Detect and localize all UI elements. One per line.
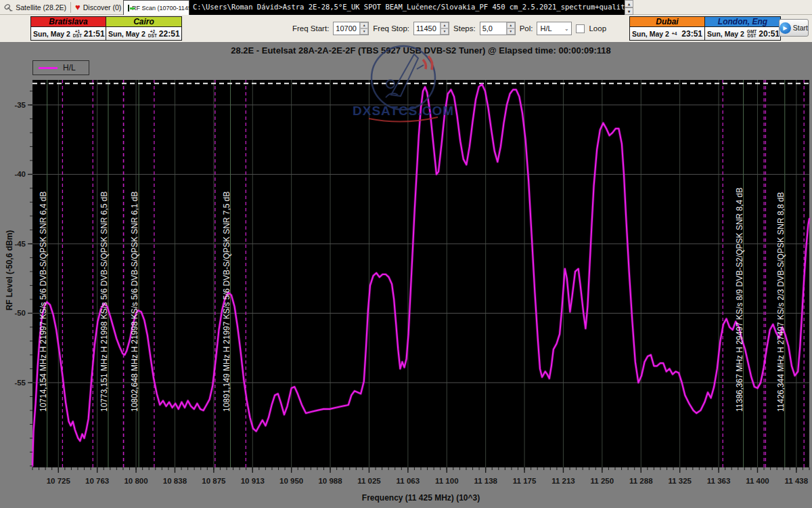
console-text: C:\Users\Roman Dávid>Astra 2E-28,5°E_UK … — [193, 3, 633, 11]
x-tick-label: 11 025 — [357, 477, 381, 485]
play-icon: ▶ — [780, 22, 791, 34]
step-down-icon[interactable]: ▼ — [360, 28, 368, 35]
x-tick-label: 10 725 — [47, 477, 71, 485]
clock-date: Sun, May 2 — [632, 30, 669, 38]
x-tick-label: 10 838 — [163, 477, 187, 485]
x-tick-label: 10 950 — [279, 477, 303, 485]
x-tick-label: 11 138 — [474, 477, 497, 485]
y-tick-label: -45 — [14, 240, 26, 248]
tab-discover-label: Discover (0) — [83, 3, 122, 12]
step-up-icon[interactable]: ▲ — [360, 22, 368, 28]
x-tick-label: 11 363 — [707, 477, 731, 485]
freq-stop-stepper[interactable]: ▲▼ — [440, 22, 449, 35]
console-output: C:\Users\Roman Dávid>Astra 2E-28,5°E_UK … — [189, 0, 633, 15]
step-down-icon[interactable]: ▼ — [507, 28, 515, 35]
x-tick-label: 10 988 — [318, 477, 342, 485]
clock-cairo: Cairo Sun, May 2 +2DST 22:51 — [106, 16, 182, 41]
scan-controls: Freq Start: 10700 ▲▼ Freq Stop: 11450 ▲▼… — [292, 20, 606, 37]
tab-satellite-label: Satellite (28.2E) — [16, 3, 66, 12]
tab-rf-scan[interactable]: RF Scan (10700-11450 H/L) — [123, 0, 189, 15]
left-clocks: Bratislava Sun, May 2 +1DST 21:51 Cairo … — [30, 16, 182, 41]
x-tick-label: 11 213 — [551, 477, 575, 485]
y-tick-label: -35 — [14, 101, 26, 109]
y-tick-label: -55 — [14, 379, 26, 387]
clock-time: 20:51 — [759, 29, 780, 39]
pol-select[interactable]: H/L ⌄ — [537, 22, 572, 35]
plot-svg: 10714,154 MHz H 21997 KS/s 5/6 DVB-S/QPS… — [0, 42, 812, 508]
spectrum-chart: 28.2E - Eutelsat 28A-2A-2E-2F (TBS 5927 … — [0, 42, 812, 508]
step-down-icon[interactable]: ▼ — [441, 28, 449, 35]
pol-value: H/L — [537, 24, 562, 33]
clock-city: Bratislava — [31, 17, 106, 27]
steps-input[interactable]: 5,0 ▲▼ — [480, 22, 516, 35]
x-tick-label: 11 288 — [629, 477, 653, 485]
x-tick-label: 11 250 — [591, 477, 614, 485]
x-tick-label: 10 913 — [241, 477, 265, 485]
loop-label: Loop — [589, 24, 606, 33]
x-tick-label: 11 063 — [397, 477, 420, 485]
steps-label: Steps: — [453, 24, 476, 33]
clock-date: Sun, May 2 — [33, 30, 70, 38]
transponder-annotation: 10773,151 MHz H 21998 KS/s 5/6 DVB-S/QPS… — [99, 192, 109, 412]
y-axis-label: RF Level (-50,6 dBm) — [5, 175, 14, 365]
clock-city: Dubai — [630, 17, 704, 27]
clock-time: 23:51 — [681, 29, 702, 39]
scroll-down-icon[interactable]: ▼ — [625, 7, 633, 15]
chevron-down-icon[interactable]: ⌄ — [562, 26, 571, 32]
transponder-annotation: 10802,648 MHz H 21998 KS/s 5/6 DVB-S/QPS… — [130, 192, 139, 412]
freq-start-stepper[interactable]: ▲▼ — [359, 22, 368, 35]
pol-label: Pol: — [520, 24, 533, 33]
freq-start-value[interactable]: 10700 — [334, 22, 359, 35]
clock-bratislava: Bratislava Sun, May 2 +1DST 21:51 — [30, 16, 106, 41]
clock-city: Cairo — [106, 17, 181, 27]
x-tick-label: 10 763 — [85, 477, 109, 485]
clock-dubai: Dubai Sun, May 2 +4 23:51 — [629, 16, 705, 41]
clock-dst: DST — [73, 34, 82, 38]
y-tick-label: -40 — [14, 170, 26, 178]
x-tick-label: 10 800 — [124, 477, 148, 485]
clock-time: 21:51 — [84, 29, 105, 39]
freq-stop-label: Freq Stop: — [373, 24, 409, 33]
start-button-label: Start — [793, 24, 808, 32]
rf-scan-icon — [128, 5, 129, 12]
freq-start-label: Freq Start: — [292, 24, 329, 33]
steps-value[interactable]: 5,0 — [480, 22, 506, 35]
toolbar-row: Bratislava Sun, May 2 +1DST 21:51 Cairo … — [0, 15, 812, 42]
freq-stop-input[interactable]: 11450 ▲▼ — [413, 22, 449, 35]
heart-icon: ♥ — [75, 4, 81, 11]
x-tick-label: 11 100 — [435, 477, 459, 485]
steps-stepper[interactable]: ▲▼ — [506, 22, 515, 35]
clock-city: London, Eng — [705, 17, 780, 27]
transponder-annotation: 10714,154 MHz H 21997 KS/s 5/6 DVB-S/QPS… — [39, 192, 48, 412]
step-up-icon[interactable]: ▲ — [441, 22, 449, 28]
right-clocks: Dubai Sun, May 2 +4 23:51 London, Eng Su… — [629, 16, 781, 41]
start-button[interactable]: ▶ Start — [779, 19, 809, 37]
freq-start-input[interactable]: 10700 ▲▼ — [333, 22, 369, 35]
tab-discover[interactable]: ♥ Discover (0) — [71, 0, 122, 15]
x-axis-label: Frequency (11 425 MHz) (10^3) — [32, 493, 809, 503]
clock-dst: DST — [748, 34, 757, 38]
freq-stop-value[interactable]: 11450 — [414, 22, 440, 35]
transponder-annotation: 11426,344 MHz H 27497 KS/s 2/3 DVB-S/QPS… — [776, 192, 786, 412]
x-tick-label: 11 438 — [785, 477, 809, 485]
satellite-icon — [4, 3, 13, 12]
console-scrollbar[interactable]: ▲ ▼ — [625, 0, 633, 15]
clock-london: London, Eng Sun, May 2 GMTDST 20:51 — [705, 16, 781, 41]
clock-date: Sun, May 2 — [108, 30, 145, 38]
loop-checkbox[interactable] — [576, 24, 585, 33]
x-tick-label: 11 175 — [513, 477, 537, 485]
watermark-text: DXSATCS.COM — [353, 104, 454, 118]
y-tick-label: -50 — [14, 309, 26, 317]
clock-dst: DST — [148, 34, 157, 38]
clock-date: Sun, May 2 — [707, 30, 744, 38]
x-tick-label: 11 325 — [668, 477, 692, 485]
scroll-up-icon[interactable]: ▲ — [625, 0, 633, 7]
top-tab-bar: Satellite (28.2E) ♥ Discover (0) RF Scan… — [0, 0, 812, 15]
x-tick-label: 10 875 — [202, 477, 226, 485]
x-tick-label: 11 400 — [746, 477, 769, 485]
transponder-annotation: 11386,367 MHz H 29497 KS/s 8/9 DVB-S2/QP… — [735, 188, 744, 412]
transponder-annotation: 10891,149 MHz H 21997 KS/s 5/6 DVB-S/QPS… — [222, 192, 231, 412]
step-up-icon[interactable]: ▲ — [507, 22, 515, 28]
clock-time: 22:51 — [159, 29, 180, 39]
tab-satellite[interactable]: Satellite (28.2E) — [0, 0, 70, 15]
